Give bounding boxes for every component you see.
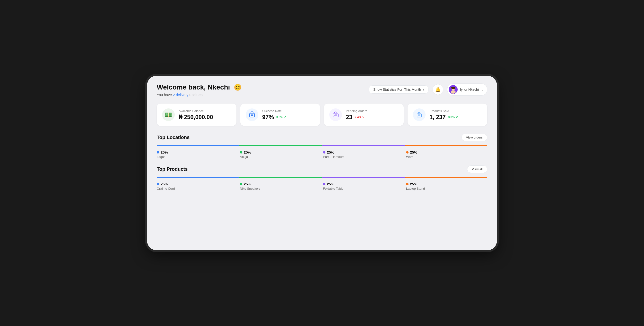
legend-oraimo: 25% Oraimo Cord xyxy=(157,182,238,190)
top-locations-title: Top Locations xyxy=(157,135,190,140)
laptop-label: Laptop Stand xyxy=(406,187,487,190)
balance-card: 💵 Available Balance ₦ 250,000.00 xyxy=(157,104,236,126)
dot-portharcourt xyxy=(323,151,326,154)
svg-rect-8 xyxy=(417,114,422,117)
portharcourt-label: Port - Harcourt xyxy=(323,155,404,159)
locations-bar-lagos xyxy=(157,145,239,146)
user-profile-button[interactable]: Iyitor Nkechi ⌄ xyxy=(447,83,487,96)
greeting-text: Welcome back, Nkechi xyxy=(157,83,230,91)
success-rate-change: 3.3% ↗ xyxy=(276,116,286,119)
legend-portharcourt: 25% Port - Harcourt xyxy=(323,150,404,159)
dot-oraimo xyxy=(157,183,159,185)
dot-laptop xyxy=(406,183,408,185)
warri-label: Warri xyxy=(406,155,487,159)
foldable-pct: 25% xyxy=(327,182,334,186)
lagos-label: Lagos xyxy=(157,155,238,159)
view-orders-button[interactable]: View orders xyxy=(462,134,487,141)
notification-button[interactable]: 🔔 xyxy=(432,84,443,95)
legend-nike: 25% Nike Sneakers xyxy=(240,182,321,190)
locations-legend: 25% Lagos 25% Abuja 25% Port - Harcourt xyxy=(157,150,487,159)
svg-rect-5 xyxy=(251,115,253,116)
svg-point-7 xyxy=(334,115,335,116)
pending-orders-content: Pending orders 23 2.4% ↘ xyxy=(346,109,367,121)
view-all-button[interactable]: View all xyxy=(467,165,487,173)
success-rate-value: 97% xyxy=(262,114,274,121)
locations-bar-warri xyxy=(405,145,487,146)
abuja-pct: 25% xyxy=(244,150,251,154)
pending-orders-label: Pending orders xyxy=(346,109,367,113)
lagos-pct: 25% xyxy=(161,150,168,154)
locations-bar-portharcourt xyxy=(322,145,405,146)
legend-laptop: 25% Laptop Stand xyxy=(406,182,487,190)
products-bar-nike xyxy=(239,177,322,178)
avatar-image xyxy=(449,85,458,94)
dot-nike xyxy=(240,183,242,185)
foldable-label: Foldable Table xyxy=(323,187,404,190)
products-sold-content: Products Sold 1, 237 3.3% ↗ xyxy=(430,109,458,121)
user-name-label: Iyitor Nkechi xyxy=(460,88,479,91)
balance-content: Available Balance ₦ 250,000.00 xyxy=(178,109,213,121)
avatar xyxy=(449,85,458,94)
success-rate-value-row: 97% 3.3% ↗ xyxy=(262,114,286,121)
pending-orders-card: Pending orders 23 2.4% ↘ xyxy=(324,104,404,126)
chevron-down-icon: ⌄ xyxy=(481,88,484,91)
top-products-header: Top Products View all xyxy=(157,165,487,173)
stats-grid: 💵 Available Balance ₦ 250,000.00 Success… xyxy=(157,104,487,126)
products-sold-value-row: 1, 237 3.3% ↗ xyxy=(430,114,458,121)
success-rate-content: Success Rate 97% 3.3% ↗ xyxy=(262,109,286,121)
balance-value-row: ₦ 250,000.00 xyxy=(178,114,213,121)
products-legend: 25% Oraimo Cord 25% Nike Sneakers 25% Fo… xyxy=(157,182,487,190)
chevron-right-icon: › xyxy=(423,88,424,91)
success-rate-icon xyxy=(246,108,258,121)
pending-orders-value-row: 23 2.4% ↘ xyxy=(346,114,367,121)
legend-foldable: 25% Foldable Table xyxy=(323,182,404,190)
bell-icon: 🔔 xyxy=(435,87,440,92)
locations-bar-abuja xyxy=(239,145,322,146)
dot-warri xyxy=(406,151,408,154)
svg-rect-3 xyxy=(451,87,455,89)
warri-pct: 25% xyxy=(410,150,417,154)
balance-label: Available Balance xyxy=(178,109,213,113)
header-right: Show Statistics For: This Month › 🔔 Iyit… xyxy=(369,83,487,96)
success-rate-card: Success Rate 97% 3.3% ↗ xyxy=(240,104,320,126)
pending-orders-icon xyxy=(329,108,342,121)
pending-orders-value: 23 xyxy=(346,114,352,121)
products-sold-card: Products Sold 1, 237 3.3% ↗ xyxy=(408,104,487,126)
greeting-emoji: 😊 xyxy=(234,84,242,91)
top-locations-header: Top Locations View orders xyxy=(157,134,487,141)
abuja-label: Abuja xyxy=(240,155,321,159)
products-sold-value: 1, 237 xyxy=(430,114,446,121)
products-sold-change: 3.3% ↗ xyxy=(448,116,458,119)
page-title: Welcome back, Nkechi 😊 xyxy=(157,83,242,91)
nike-pct: 25% xyxy=(244,182,251,186)
products-sold-icon xyxy=(413,108,426,121)
app-container: Welcome back, Nkechi 😊 You have 2 delive… xyxy=(147,76,497,250)
balance-icon: 💵 xyxy=(162,108,175,121)
delivery-link[interactable]: 2 delivery xyxy=(173,93,188,97)
dot-lagos xyxy=(157,151,159,154)
pending-orders-change: 2.4% ↘ xyxy=(355,116,365,119)
success-rate-label: Success Rate xyxy=(262,109,286,113)
top-locations-section: Top Locations View orders 25% Lagos 25% xyxy=(157,134,487,159)
legend-warri: 25% Warri xyxy=(406,150,487,159)
portharcourt-pct: 25% xyxy=(327,150,334,154)
oraimo-label: Oraimo Cord xyxy=(157,187,238,190)
header-left: Welcome back, Nkechi 😊 You have 2 delive… xyxy=(157,83,242,97)
svg-point-2 xyxy=(451,90,456,94)
products-bar-foldable xyxy=(322,177,405,178)
subtitle-prefix: You have xyxy=(157,93,173,97)
subtitle: You have 2 delivery updates. xyxy=(157,93,242,97)
top-products-title: Top Products xyxy=(157,166,188,172)
legend-abuja: 25% Abuja xyxy=(240,150,321,159)
subtitle-suffix: updates. xyxy=(188,93,204,97)
products-bar xyxy=(157,177,487,178)
stats-filter-label: Show Statistics For: This Month xyxy=(373,88,421,91)
nike-label: Nike Sneakers xyxy=(240,187,321,190)
dot-abuja xyxy=(240,151,242,154)
locations-bar xyxy=(157,145,487,146)
products-bar-laptop xyxy=(405,177,487,178)
header: Welcome back, Nkechi 😊 You have 2 delive… xyxy=(157,83,487,97)
stats-filter-button[interactable]: Show Statistics For: This Month › xyxy=(369,85,429,94)
products-sold-label: Products Sold xyxy=(430,109,458,113)
balance-value: ₦ 250,000.00 xyxy=(178,114,213,121)
